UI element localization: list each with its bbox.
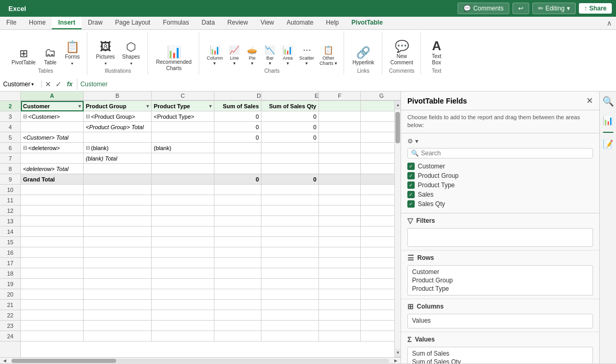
cell-d4[interactable]: 0 [214, 122, 261, 132]
row-num-15[interactable]: 15 [0, 237, 20, 247]
cell-g3[interactable] [361, 111, 394, 122]
confirm-formula-icon[interactable]: ✓ [54, 79, 63, 89]
row-num-5[interactable]: 5 [0, 132, 20, 143]
pivot-panel-close-button[interactable]: ✕ [586, 96, 593, 106]
horizontal-scrollbar[interactable]: ◄ ► [0, 357, 401, 363]
scroll-down-button[interactable]: ▼ [395, 349, 401, 357]
shapes-button[interactable]: ⬡ Shapes ▾ [119, 40, 143, 67]
row-num-23[interactable]: 23 [0, 321, 20, 331]
field-checkbox-customer[interactable]: ✓ [407, 163, 415, 170]
rows-item-product-group[interactable]: Product Group [412, 276, 588, 285]
row-num-2[interactable]: 2 [0, 101, 20, 111]
row-num-11[interactable]: 11 [0, 195, 20, 206]
cell-a5[interactable]: <Customer> Total [21, 132, 84, 143]
expand-icon[interactable]: ⊟ [23, 113, 27, 119]
cell-a9[interactable]: Grand Total [21, 174, 84, 185]
rows-zone-box[interactable]: Customer Product Group Product Type [407, 265, 593, 295]
cell-g4[interactable] [361, 122, 394, 132]
cell-e8[interactable] [261, 164, 319, 174]
row-num-18[interactable]: 18 [0, 268, 20, 279]
cell-g8[interactable] [361, 164, 394, 174]
cell-d6[interactable] [214, 143, 261, 153]
gear-button[interactable]: ⚙ ▾ [407, 138, 593, 145]
expand-icon3[interactable]: ⊟ [23, 145, 27, 151]
scroll-track-h[interactable] [12, 359, 389, 363]
tab-pivottable[interactable]: PivotTable [345, 17, 389, 29]
cell-f5[interactable] [319, 132, 361, 143]
cell-b4[interactable]: <Product Group> Total [84, 122, 152, 132]
col-header-g[interactable]: G [361, 92, 401, 100]
tab-file[interactable]: File [0, 17, 22, 29]
tab-home[interactable]: Home [22, 17, 52, 29]
tab-page-layout[interactable]: Page Layout [109, 17, 156, 29]
pivottable-button[interactable]: ⊞ PivotTable [8, 47, 39, 67]
cell-b2[interactable]: Product Group ▾ [84, 101, 152, 111]
field-checkbox-sales-qty[interactable]: ✓ [407, 200, 415, 208]
cell-b8[interactable] [84, 164, 152, 174]
col-header-c[interactable]: C [152, 92, 214, 100]
tab-data[interactable]: Data [195, 17, 221, 29]
search-input[interactable] [421, 150, 589, 157]
row-num-6[interactable]: 6 [0, 143, 20, 153]
table-button[interactable]: 🗂 Table [40, 46, 61, 67]
editing-button[interactable]: ✏ Editing ▾ [532, 3, 576, 14]
notes-sidebar-icon[interactable]: 📝 [601, 137, 615, 151]
tab-automate[interactable]: Automate [280, 17, 320, 29]
field-search[interactable]: 🔍 [407, 148, 593, 158]
values-zone-box[interactable]: Sum of Sales Sum of Sales Qty [407, 347, 593, 363]
cell-f9[interactable] [319, 174, 361, 185]
values-item-sum-sales-qty[interactable]: Sum of Sales Qty [412, 358, 588, 363]
cell-c3[interactable]: <Product Type> [152, 111, 214, 122]
cell-c9[interactable] [152, 174, 214, 185]
scroll-left-button[interactable]: ◄ [0, 358, 9, 363]
cell-b7[interactable]: (blank) Total [84, 153, 152, 164]
cell-g6[interactable] [361, 143, 394, 153]
row-num-12[interactable]: 12 [0, 206, 20, 216]
cell-g9[interactable] [361, 174, 394, 185]
cell-d5[interactable]: 0 [214, 132, 261, 143]
cell-e5[interactable]: 0 [261, 132, 319, 143]
cell-f2[interactable] [319, 101, 361, 111]
tab-insert[interactable]: Insert [52, 17, 82, 29]
cell-a8[interactable]: <deleterow> Total [21, 164, 84, 174]
cell-a4[interactable] [21, 122, 84, 132]
scroll-up-button[interactable]: ▲ [395, 101, 401, 109]
field-item-product-group[interactable]: ✓ Product Group [407, 171, 593, 180]
recommended-charts-button[interactable]: 📊 RecommendedCharts [153, 46, 195, 73]
cell-b6[interactable]: ⊟(blank) [84, 143, 152, 153]
cell-e7[interactable] [261, 153, 319, 164]
row-num-9[interactable]: 9 [0, 174, 20, 185]
cell-g2[interactable] [361, 101, 394, 111]
row-num-4[interactable]: 4 [0, 122, 20, 132]
row-num-20[interactable]: 20 [0, 289, 20, 300]
field-item-sales-qty[interactable]: ✓ Sales Qty [407, 199, 593, 209]
expand-icon2[interactable]: ⊟ [86, 113, 90, 119]
rows-item-product-type[interactable]: Product Type [412, 285, 588, 293]
dropdown-icon2[interactable]: ▾ [146, 104, 149, 109]
data-sidebar-icon[interactable]: 📊 [601, 113, 615, 128]
field-item-sales[interactable]: ✓ Sales [407, 190, 593, 199]
cell-e4[interactable]: 0 [261, 122, 319, 132]
hyperlink-button[interactable]: 🔗 Hyperlink [349, 46, 378, 67]
comments-button[interactable]: 💬 Comments [458, 3, 509, 14]
cell-e9[interactable]: 0 [261, 174, 319, 185]
tab-formulas[interactable]: Formulas [156, 17, 195, 29]
row-num-24[interactable]: 24 [0, 331, 20, 342]
scroll-right-button[interactable]: ► [391, 358, 401, 363]
row-num-14[interactable]: 14 [0, 226, 20, 237]
scroll-thumb[interactable] [395, 112, 400, 143]
cell-c6[interactable]: (blank) [152, 143, 214, 153]
pie-chart-button[interactable]: 🥧 Pie▾ [244, 44, 260, 67]
row-num-19[interactable]: 19 [0, 279, 20, 289]
cell-f6[interactable] [319, 143, 361, 153]
cell-e2[interactable]: Sum of Sales Qty [261, 101, 319, 111]
cell-g7[interactable] [361, 153, 394, 164]
cell-f8[interactable] [319, 164, 361, 174]
area-chart-button[interactable]: 📊 Area▾ [279, 44, 296, 67]
row-num-7[interactable]: 7 [0, 153, 20, 164]
row-num-22[interactable]: 22 [0, 310, 20, 321]
share-button[interactable]: ↑ Share [579, 3, 612, 14]
row-num-17[interactable]: 17 [0, 258, 20, 268]
cell-d3[interactable]: 0 [214, 111, 261, 122]
search-sidebar-icon[interactable]: 🔍 [600, 94, 616, 109]
